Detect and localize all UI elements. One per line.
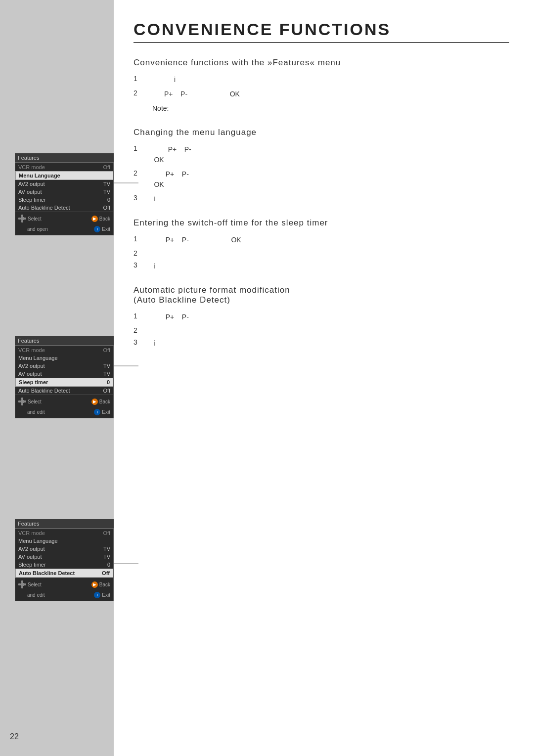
svg-rect-5 — [21, 398, 23, 400]
section-features-menu: Convenience functions with the »Features… — [134, 58, 509, 114]
step-3-1: 1 P+ P- OK — [134, 235, 509, 245]
svg-rect-7 — [18, 400, 21, 402]
menu3-footer2: and edit i Exit — [15, 591, 113, 601]
menu2-footer: Select ▶ Back — [15, 395, 113, 408]
step-number: 3 — [134, 338, 144, 346]
menu3-row-av2: AV2 outputTV — [15, 545, 113, 553]
step-text: i — [144, 261, 509, 271]
menu3-row-vcr: VCR modeOff — [15, 529, 113, 537]
menu1-footer2: and open i Exit — [15, 225, 113, 235]
step-4-1: 1 P+ P- — [134, 312, 509, 322]
menu1-row-av: AV outputTV — [15, 188, 113, 196]
section-heading-auto: Automatic picture format modification(Au… — [134, 285, 509, 305]
svg-rect-11 — [21, 586, 23, 588]
exit-icon-1: i — [94, 226, 100, 232]
menu3-row-av: AV outputTV — [15, 553, 113, 561]
step-1-note: Note: — [134, 103, 509, 114]
menu1-footer: Select ▶ Back — [15, 212, 113, 225]
sidebar: Features VCR modeOff Menu Language AV2 o… — [0, 0, 114, 756]
menu1-row-auto: Auto Blackline DetectOff — [15, 204, 113, 212]
section-sleep-timer: Entering the switch-off time for the sle… — [134, 218, 509, 271]
svg-rect-3 — [24, 218, 26, 220]
step-number: 3 — [134, 261, 144, 269]
step-number: 2 — [134, 249, 144, 257]
dpad-icon-1 — [18, 215, 26, 222]
step-1-1: 1 i — [134, 75, 509, 85]
step-number: 2 — [134, 326, 144, 334]
step-text: i — [144, 338, 509, 349]
menu1-row-vcr: VCR modeOff — [15, 163, 113, 171]
svg-rect-1 — [21, 220, 23, 222]
step-number: 1 — [134, 144, 144, 152]
text-column: CONVENIENCE FUNCTIONS Convenience functi… — [114, 0, 534, 756]
step-4-2: 2 — [134, 326, 509, 334]
menu2-row-lang: Menu Language — [15, 354, 113, 362]
menu3-row-sleep: Sleep timer0 — [15, 561, 113, 569]
menu-panel-1: Features VCR modeOff Menu Language AV2 o… — [15, 153, 114, 235]
step-3-3: 3 i — [134, 261, 509, 271]
step-number: 3 — [134, 194, 144, 202]
step-number: 1 — [134, 75, 144, 83]
svg-rect-8 — [24, 400, 26, 402]
section-auto-blackline: Automatic picture format modification(Au… — [134, 285, 509, 349]
step-text: i — [144, 194, 509, 204]
svg-rect-9 — [21, 400, 24, 403]
menu1-row-lang: Menu Language — [15, 171, 113, 180]
section-heading-lang: Changing the menu language — [134, 128, 509, 137]
svg-rect-0 — [21, 215, 23, 217]
exit-icon-3: i — [94, 592, 100, 598]
step-number: 2 — [134, 169, 144, 177]
dpad-icon-3 — [18, 580, 26, 588]
back-icon-2: ▶ — [91, 399, 98, 405]
menu3-title: Features — [15, 519, 114, 529]
menu2-title: Features — [15, 336, 114, 346]
section-heading-features: Convenience functions with the »Features… — [134, 58, 509, 68]
svg-rect-2 — [18, 218, 21, 220]
svg-rect-12 — [18, 583, 21, 585]
back-icon-1: ▶ — [91, 216, 98, 222]
menu3-row-lang: Menu Language — [15, 537, 113, 545]
step-text: P+ P- OK — [144, 235, 509, 245]
menu2-row-sleep: Sleep timer0 — [15, 378, 113, 387]
step-text: P+ P- — [144, 312, 509, 322]
step-3-2: 2 — [134, 249, 509, 257]
menu2-row-av2: AV2 outputTV — [15, 362, 113, 370]
step-number: 1 — [134, 312, 144, 320]
menu3-footer: Select ▶ Back — [15, 578, 113, 591]
section-menu-language: Changing the menu language 1 P+ P- OK 2 — [134, 128, 509, 204]
menu2-row-av: AV outputTV — [15, 370, 113, 378]
step-text: P+ P- OK — [144, 144, 509, 165]
svg-rect-13 — [24, 583, 26, 585]
menu1-title: Features — [15, 153, 114, 163]
step-text: i — [144, 75, 509, 85]
svg-rect-4 — [21, 217, 24, 220]
menu-panel-2: Features VCR modeOff Menu Language AV2 o… — [15, 336, 114, 418]
exit-icon-2: i — [94, 409, 100, 415]
page-number: 22 — [10, 732, 19, 741]
svg-rect-10 — [21, 580, 23, 583]
step-text: P+ P- OK — [144, 169, 509, 190]
step-1-2: 2 P+ P- OK — [134, 89, 509, 99]
menu-panel-3: Features VCR modeOff Menu Language AV2 o… — [15, 519, 114, 601]
page-title: CONVENIENCE FUNCTIONS — [134, 20, 509, 43]
menu2-row-auto: Auto Blackline DetectOff — [15, 387, 113, 395]
step-number: 2 — [134, 89, 144, 97]
step-2-3: 3 i — [134, 194, 509, 204]
menu1-row-av2: AV2 outputTV — [15, 180, 113, 188]
step-text: P+ P- OK — [144, 89, 509, 99]
note-text: Note: — [144, 103, 509, 114]
step-2-1: 1 P+ P- OK — [134, 144, 509, 165]
menu2-row-vcr: VCR modeOff — [15, 346, 113, 354]
section-heading-sleep: Entering the switch-off time for the sle… — [134, 218, 509, 228]
page-wrapper: Features VCR modeOff Menu Language AV2 o… — [0, 0, 534, 756]
svg-rect-14 — [21, 583, 24, 586]
menu2-footer2: and edit i Exit — [15, 408, 113, 418]
svg-rect-6 — [21, 403, 23, 405]
step-number: 1 — [134, 235, 144, 243]
menu3-row-auto: Auto Blackline DetectOff — [15, 569, 113, 578]
back-icon-3: ▶ — [91, 581, 98, 588]
step-2-2: 2 P+ P- OK — [134, 169, 509, 190]
dpad-icon-2 — [18, 398, 26, 405]
step-4-3: 3 i — [134, 338, 509, 349]
menu1-row-sleep: Sleep timer0 — [15, 196, 113, 204]
